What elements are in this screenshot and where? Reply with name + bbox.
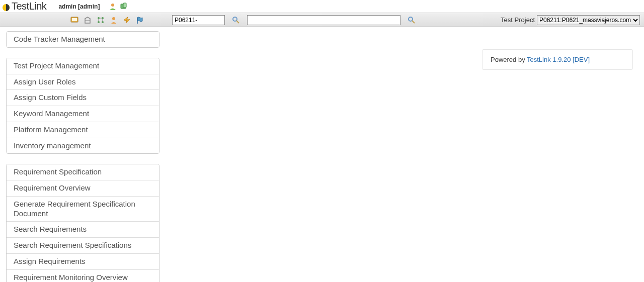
svg-point-18 <box>409 17 413 21</box>
user-icon[interactable] <box>110 16 118 24</box>
sidebar-item-assign-user-roles[interactable]: Assign User Roles <box>7 74 159 90</box>
svg-rect-3 <box>123 3 126 8</box>
global-search-input[interactable] <box>247 15 400 25</box>
sidebar-item-assign-custom-fields[interactable]: Assign Custom Fields <box>7 89 159 106</box>
menu-group-requirements: Requirement Specification Requirement Ov… <box>6 164 159 282</box>
sidebar-item-code-tracker[interactable]: Code Tracker Management <box>7 32 159 47</box>
app-logo[interactable]: TestLink <box>2 1 46 12</box>
svg-point-1 <box>111 4 114 7</box>
results-icon[interactable] <box>136 16 144 24</box>
execute-icon[interactable] <box>123 16 131 24</box>
svg-point-10 <box>102 21 104 23</box>
svg-point-9 <box>98 21 100 23</box>
requirements-icon[interactable] <box>84 16 92 24</box>
sidebar-item-inventory-management[interactable]: Inventory management <box>7 138 159 154</box>
test-spec-icon[interactable] <box>97 16 105 24</box>
sidebar-item-search-req[interactable]: Search Requirements <box>7 221 159 237</box>
sidebar-item-platform-management[interactable]: Platform Management <box>7 122 159 138</box>
menu-group-system: Code Tracker Management <box>6 31 159 48</box>
testlink-logo-icon <box>2 3 10 11</box>
desktop-icon[interactable] <box>70 16 78 24</box>
sidebar-item-search-req-spec[interactable]: Search Requirement Specifications <box>7 237 159 253</box>
svg-point-8 <box>102 17 104 19</box>
header-bar: TestLink admin [admin] <box>0 0 644 13</box>
sidebar-item-req-overview[interactable]: Requirement Overview <box>7 180 159 196</box>
svg-rect-5 <box>72 18 77 21</box>
sidebar-item-keyword-management[interactable]: Keyword Management <box>7 106 159 122</box>
menu-group-project: Test Project Management Assign User Role… <box>6 58 159 154</box>
search-icon[interactable] <box>408 16 416 24</box>
user-settings-icon[interactable] <box>109 3 117 11</box>
svg-point-7 <box>98 17 100 19</box>
toolbar: Test Project P06211:P0621_massviajeros.c… <box>0 13 644 27</box>
app-name: TestLink <box>12 1 46 12</box>
powered-by-label: Powered by <box>491 56 527 63</box>
svg-point-16 <box>233 17 237 21</box>
sidebar-item-assign-req[interactable]: Assign Requirements <box>7 253 159 269</box>
svg-point-14 <box>112 17 115 20</box>
sidebar-item-test-project-management[interactable]: Test Project Management <box>7 58 159 74</box>
testcase-search-input[interactable] <box>172 15 225 25</box>
sidebar-item-req-spec[interactable]: Requirement Specification <box>7 164 159 180</box>
sidebar: Code Tracker Management Test Project Man… <box>6 31 159 282</box>
powered-by-box: Powered by TestLink 1.9.20 [DEV] <box>482 49 633 70</box>
user-label: admin [admin] <box>58 3 100 10</box>
project-select[interactable]: P06211:P0621_massviajeros.com <box>537 15 640 25</box>
powered-by-link[interactable]: TestLink 1.9.20 [DEV] <box>527 56 590 63</box>
sidebar-item-gen-req-doc[interactable]: Generate Requirement Specification Docum… <box>7 196 159 222</box>
svg-line-19 <box>412 21 415 23</box>
project-label: Test Project <box>501 16 535 24</box>
sidebar-item-req-monitoring[interactable]: Requirement Monitoring Overview <box>7 269 159 283</box>
search-icon[interactable] <box>232 16 240 24</box>
svg-line-17 <box>236 21 239 23</box>
logout-icon[interactable] <box>120 3 128 11</box>
